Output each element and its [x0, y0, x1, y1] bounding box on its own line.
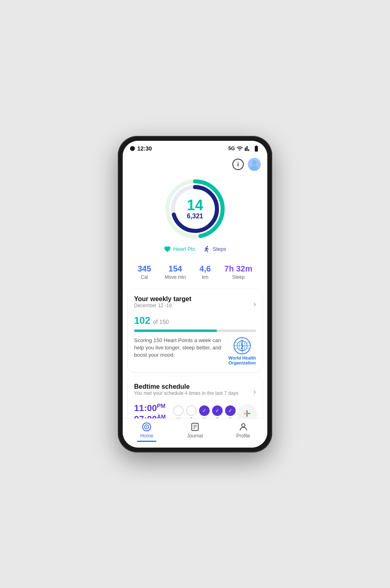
nav-profile[interactable]: Profile: [219, 422, 267, 442]
profile-icon: [238, 422, 248, 432]
day-circle-thursday: ✓: [212, 405, 223, 416]
ring-center-values: 14 6,321: [187, 198, 203, 220]
day-thursday: ✓ T: [212, 405, 223, 418]
weekly-target-title: Your weekly target December 12 -19: [134, 295, 191, 313]
battery-icon: [253, 145, 260, 152]
days-row: M T ✓ W ✓: [173, 405, 256, 418]
heart-pts-label: Heart Pts: [173, 246, 195, 252]
steps-value: 6,321: [187, 213, 203, 220]
stats-row: 345 Cal 154 Move min 4,6 km 7h 32m Sleep: [123, 259, 267, 286]
stat-move: 154 Move min: [165, 264, 186, 280]
heart-pts-value: 14: [187, 198, 203, 213]
day-friday: ✓ F: [225, 405, 236, 418]
bedtime-times: 11:00PM 07:00AM: [134, 403, 166, 418]
move-label: Move min: [165, 274, 186, 280]
profile-nav-label: Profile: [236, 433, 250, 439]
target-description: Scoring 150 Heart Points a week can help…: [134, 337, 223, 359]
day-circle-tuesday: [186, 405, 197, 416]
wifi-icon: [236, 145, 243, 152]
wake-time: 07:00AM: [134, 414, 166, 418]
km-value: 4,6: [199, 264, 211, 274]
svg-point-19: [146, 426, 147, 427]
ring-legend: Heart Pts Steps: [164, 246, 226, 253]
top-bar: i: [123, 155, 267, 172]
bedtime-row: 11:00PM 07:00AM M: [134, 403, 256, 418]
bedtime-card[interactable]: Bedtime schedule You met your schedule 4…: [128, 377, 262, 418]
weekly-target-chevron: ›: [254, 300, 256, 308]
wake-ampm: AM: [157, 414, 166, 418]
steps-legend: Steps: [203, 246, 226, 253]
sleep-value: 7h 32m: [224, 264, 252, 274]
status-bar: 12:30 5G: [123, 141, 267, 155]
svg-point-24: [242, 424, 245, 427]
journal-nav-label: Journal: [187, 433, 203, 439]
heart-pts-legend: Heart Pts: [164, 246, 195, 253]
phone-screen: 12:30 5G: [123, 141, 267, 448]
steps-label: Steps: [212, 246, 226, 252]
day-wednesday: ✓ W: [199, 405, 210, 418]
day-circle-wednesday: ✓: [199, 405, 210, 416]
day-circle-friday: ✓: [225, 405, 236, 416]
sleep-time: 11:00PM: [134, 403, 166, 414]
progress-bar-fill: [134, 330, 217, 332]
move-value: 154: [165, 264, 186, 274]
nav-home[interactable]: Home: [123, 422, 171, 442]
camera-dot: [130, 146, 135, 151]
app-content: i: [123, 155, 267, 418]
who-name: World HealthOrganization: [228, 355, 256, 365]
status-icons: 5G: [228, 145, 260, 152]
journal-icon: [190, 422, 200, 432]
home-nav-label: Home: [140, 433, 153, 439]
svg-point-1: [252, 160, 257, 165]
add-schedule-button[interactable]: [238, 405, 256, 418]
target-progress-value: 102 of 150: [134, 315, 256, 326]
bedtime-title-group: Bedtime schedule You met your schedule 4…: [134, 383, 238, 401]
status-time: 12:30: [137, 145, 152, 152]
avatar[interactable]: [248, 158, 261, 171]
day-tuesday: T: [186, 405, 197, 418]
day-circle-monday: [173, 405, 184, 416]
plus-icon: [243, 409, 251, 418]
day-monday: M: [173, 405, 184, 418]
steps-icon: [203, 246, 210, 253]
weekly-target-header: Your weekly target December 12 -19 ›: [134, 295, 256, 313]
sleep-label: Sleep: [224, 274, 252, 280]
ring-section: 14 6,321 Heart Pts: [123, 172, 267, 259]
stat-sleep: 7h 32m Sleep: [224, 264, 252, 280]
bedtime-header: Bedtime schedule You met your schedule 4…: [134, 383, 256, 401]
progress-bar-bg: [134, 330, 256, 332]
home-icon: [142, 422, 152, 432]
who-logo: World HealthOrganization: [228, 337, 256, 365]
target-content: Scoring 150 Heart Points a week can help…: [134, 337, 256, 365]
nav-journal[interactable]: Journal: [171, 422, 219, 442]
home-nav-indicator: [137, 441, 156, 442]
ring-chart: 14 6,321: [162, 177, 228, 241]
who-emblem-icon: [233, 337, 251, 355]
target-total: of 150: [153, 319, 169, 325]
weekly-target-card[interactable]: Your weekly target December 12 -19 › 102…: [128, 289, 262, 372]
km-label: km: [199, 274, 211, 280]
bedtime-chevron: ›: [254, 388, 256, 396]
stat-cal: 345 Cal: [138, 264, 151, 280]
signal-icon: [245, 145, 251, 152]
bottom-nav: Home Journal: [123, 418, 267, 448]
5g-icon: 5G: [228, 146, 235, 151]
info-button[interactable]: i: [232, 159, 244, 170]
stat-km: 4,6 km: [199, 264, 211, 280]
cal-label: Cal: [138, 274, 151, 280]
info-icon: i: [237, 161, 239, 168]
heart-icon: [164, 246, 171, 253]
cal-value: 345: [138, 264, 151, 274]
phone-device: 12:30 5G: [118, 136, 272, 452]
sleep-ampm: PM: [157, 403, 165, 409]
